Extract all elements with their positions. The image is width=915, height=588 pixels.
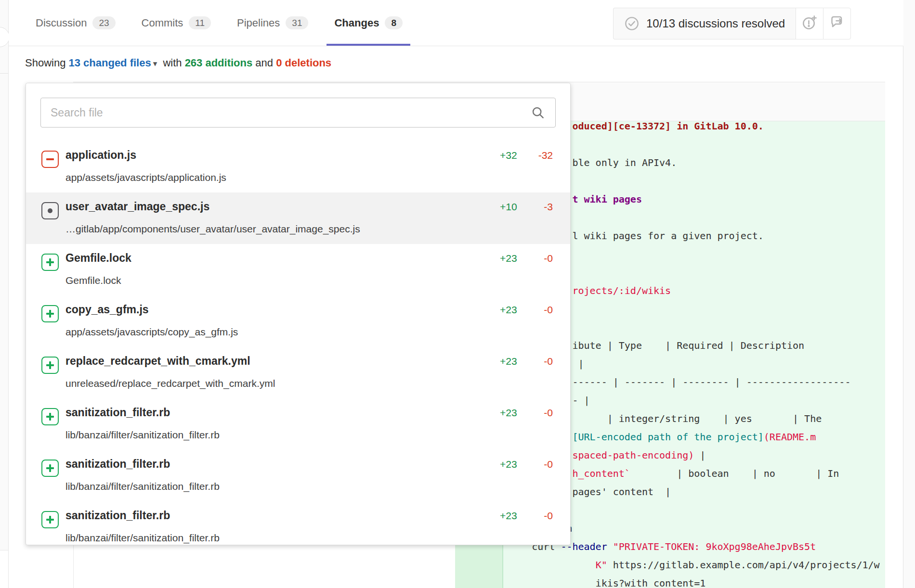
file-option[interactable]: copy_as_gfm.jsapp/assets/javascripts/cop… [26,295,570,347]
file-diff-stats: +23-0 [500,407,553,419]
file-texts: application.jsapp/assets/javascripts/app… [65,149,556,183]
file-name: sanitization_filter.rb [65,458,556,470]
additions-count: 263 additions [185,57,253,69]
file-option[interactable]: sanitization_filter.rblib/banzai/filter/… [26,398,570,450]
file-diff-stats: +10-3 [500,201,553,213]
modified-file-icon [41,202,59,219]
file-path: lib/banzai/filter/sanitization_filter.rb [65,532,556,544]
file-diff-stats: +23-0 [500,459,553,470]
resolve-in-new-issue-button[interactable] [796,8,823,39]
tab-count-badge: 31 [286,16,308,29]
file-option[interactable]: user_avatar_image_spec.js…gitlab/app/com… [26,192,570,244]
file-name: sanitization_filter.rb [65,406,556,419]
file-additions: +23 [500,459,517,470]
deletions-count: 0 deletions [276,57,331,69]
file-option[interactable]: sanitization_filter.rblib/banzai/filter/… [26,501,570,545]
new-file-icon [41,254,59,271]
new-file-icon [41,460,59,477]
file-diff-stats: +23-0 [500,253,553,264]
resolved-status-text: 10/13 discussions resolved [646,17,785,30]
tab-label: Changes [334,17,379,29]
file-option[interactable]: Gemfile.lockGemfile.lock+23-0 [26,244,570,295]
file-option[interactable]: sanitization_filter.rblib/banzai/filter/… [26,450,570,501]
search-icon [531,105,545,122]
file-additions: +23 [500,407,517,419]
file-texts: copy_as_gfm.jsapp/assets/javascripts/cop… [65,303,556,338]
changed-files-dropdown: application.jsapp/assets/javascripts/app… [26,83,571,545]
check-circle-icon [624,16,640,31]
tab-changes[interactable]: Changes8 [327,0,410,46]
code-line: ikis?with_content=1 [509,574,880,588]
file-path: app/assets/javascripts/application.js [65,172,556,183]
file-deletions: -0 [544,356,553,367]
file-path: unreleased/replace_redcarpet_with_cmark.… [65,378,556,389]
summary-and: and [255,57,273,69]
file-name: replace_redcarpet_with_cmark.yml [65,355,556,367]
new-file-icon [41,511,59,528]
file-name: application.js [65,149,556,161]
file-path: app/assets/javascripts/copy_as_gfm.js [65,326,556,338]
tab-discussion[interactable]: Discussion23 [28,0,123,46]
file-option[interactable]: application.jsapp/assets/javascripts/app… [26,141,570,192]
file-list: application.jsapp/assets/javascripts/app… [26,141,570,545]
file-deletions: -3 [544,201,553,213]
file-name: user_avatar_image_spec.js [65,200,556,213]
file-deletions: -32 [538,150,553,161]
jump-to-next-discussion-button[interactable] [823,8,851,39]
tab-label: Commits [142,17,183,29]
file-path: lib/banzai/filter/sanitization_filter.rb [65,481,556,492]
file-additions: +23 [500,304,517,316]
resolve-in-new-issue-icon [801,14,818,33]
file-deletions: -0 [544,510,553,522]
file-diff-stats: +23-0 [500,510,553,522]
tab-count-badge: 8 [385,16,403,29]
file-additions: +23 [500,510,517,522]
left-page-edge [0,0,9,588]
new-file-icon [41,305,59,322]
file-diff-stats: +32-32 [500,150,553,161]
file-texts: sanitization_filter.rblib/banzai/filter/… [65,406,556,441]
file-texts: Gemfile.lockGemfile.lock [65,252,556,286]
tab-commits[interactable]: Commits11 [134,0,219,46]
discussions-resolved-group: 10/13 discussions resolved [613,8,851,39]
file-additions: +32 [500,150,517,161]
file-texts: sanitization_filter.rblib/banzai/filter/… [65,458,556,492]
file-deletions: -0 [544,253,553,264]
discussions-resolved-status: 10/13 discussions resolved [613,8,796,39]
file-texts: sanitization_filter.rblib/banzai/filter/… [65,509,556,544]
new-file-icon [41,408,59,425]
left-edge-divider [0,73,8,74]
file-additions: +23 [500,253,517,264]
file-deletions: -0 [544,304,553,316]
chevron-down-icon[interactable]: ▾ [153,59,157,68]
file-path: …gitlab/app/components/user_avatar/user_… [65,223,556,235]
summary-prefix: Showing [25,57,65,69]
file-search-input[interactable] [40,98,556,128]
jump-to-next-discussion-icon [828,14,846,33]
right-page-edge [903,0,915,588]
tab-label: Discussion [36,17,87,29]
file-texts: replace_redcarpet_with_cmark.ymlunreleas… [65,355,556,389]
changed-files-dropdown-toggle[interactable]: 13 changed files [69,57,151,69]
deleted-lines-file-icon [41,151,59,168]
new-file-icon [41,357,59,374]
file-search [40,98,556,128]
file-path: lib/banzai/filter/sanitization_filter.rb [65,429,556,441]
file-diff-stats: +23-0 [500,356,553,367]
summary-with: with [163,57,182,69]
file-option[interactable]: replace_redcarpet_with_cmark.ymlunreleas… [26,347,570,398]
left-edge-card-corner [0,550,8,588]
file-additions: +10 [500,201,517,213]
file-name: Gemfile.lock [65,252,556,264]
code-line: K" https://gitlab.example.com/api/v4/pro… [509,556,880,574]
changes-summary: Showing 13 changed files▾ with 263 addit… [25,57,331,69]
file-name: copy_as_gfm.js [65,303,556,316]
tab-count-badge: 11 [189,16,211,29]
tab-count-badge: 23 [92,16,115,29]
file-additions: +23 [500,356,517,367]
file-diff-stats: +23-0 [500,304,553,316]
file-texts: user_avatar_image_spec.js…gitlab/app/com… [65,200,556,235]
tab-pipelines[interactable]: Pipelines31 [229,0,316,46]
file-deletions: -0 [544,459,553,470]
file-deletions: -0 [544,407,553,419]
